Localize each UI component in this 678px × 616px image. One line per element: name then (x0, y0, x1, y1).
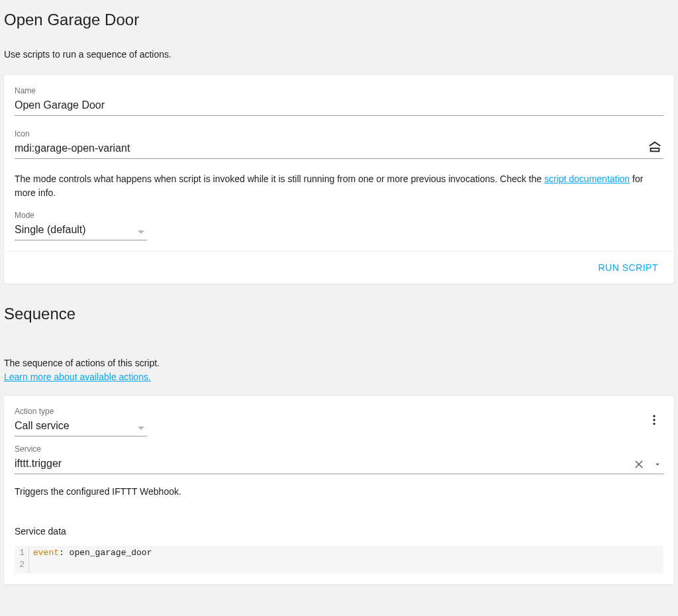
service-field: Service (15, 444, 663, 474)
svg-point-2 (653, 419, 655, 421)
icon-label: Icon (15, 129, 663, 138)
learn-actions-link[interactable]: Learn more about available actions. (4, 372, 151, 382)
name-field: Name (15, 86, 663, 116)
more-vert-icon (648, 413, 661, 427)
sequence-title: Sequence (4, 305, 674, 323)
sequence-subtitle: The sequence of actions of this script. … (4, 356, 674, 384)
service-data-editor[interactable]: 1 2 event: open_garage_door (15, 546, 663, 574)
gutter-line-1: 1 (17, 547, 26, 559)
sequence-subtitle-text: The sequence of actions of this script. (4, 358, 160, 368)
icon-input[interactable] (15, 140, 663, 159)
action-type-field: Action type Call service (15, 407, 147, 436)
script-documentation-link[interactable]: script documentation (544, 174, 630, 184)
action-more-button[interactable] (645, 411, 663, 429)
mode-label: Mode (15, 211, 147, 220)
service-label: Service (15, 444, 663, 454)
name-input[interactable] (15, 97, 663, 116)
page-subtitle: Use scripts to run a sequence of actions… (4, 49, 674, 60)
mode-select[interactable]: Single (default) (15, 221, 147, 240)
mode-field: Mode Single (default) (15, 211, 147, 240)
icon-field: Icon (15, 129, 663, 159)
card-actions: RUN SCRIPT (4, 251, 674, 283)
script-config-card: Name Icon The mode controls what happens… (4, 76, 674, 283)
chevron-down-icon (138, 427, 144, 430)
run-script-button[interactable]: RUN SCRIPT (593, 257, 663, 278)
action-type-select[interactable]: Call service (15, 417, 147, 436)
service-dropdown-button[interactable] (652, 458, 663, 470)
mode-helper-pre: The mode controls what happens when scri… (15, 174, 544, 184)
mode-helper-text: The mode controls what happens when scri… (15, 172, 663, 200)
editor-gutter: 1 2 (15, 546, 29, 574)
yaml-value: : open_garage_door (59, 548, 152, 558)
action-card: Action type Call service Service (4, 396, 674, 584)
gutter-line-2: 2 (17, 559, 26, 571)
service-input[interactable] (15, 455, 663, 474)
svg-point-3 (653, 423, 655, 425)
chevron-down-icon (653, 460, 662, 469)
svg-rect-0 (651, 148, 659, 152)
service-data-label: Service data (15, 526, 663, 537)
garage-open-icon (648, 140, 662, 154)
chevron-down-icon (138, 231, 144, 234)
action-type-label: Action type (15, 407, 147, 416)
svg-point-1 (653, 415, 655, 417)
clear-service-button[interactable] (632, 457, 646, 472)
close-icon (633, 458, 645, 470)
service-description: Triggers the configured IFTTT Webhook. (15, 486, 663, 497)
page-title: Open Garage Door (4, 11, 674, 29)
yaml-key: event (33, 548, 59, 558)
editor-body[interactable]: event: open_garage_door (29, 546, 663, 574)
name-label: Name (15, 86, 663, 95)
